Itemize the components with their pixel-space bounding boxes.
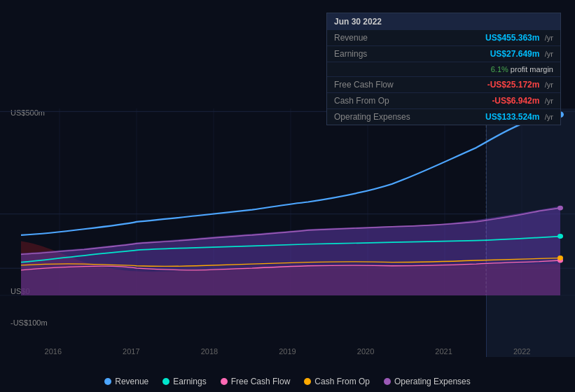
x-label-2021: 2021 <box>435 347 452 356</box>
tooltip-value-revenue: US$455.363m <box>485 33 539 43</box>
legend-dot-revenue <box>104 378 111 385</box>
tooltip-row-earnings: Earnings US$27.649m /yr <box>327 46 560 62</box>
data-tooltip: Jun 30 2022 Revenue US$455.363m /yr Earn… <box>326 13 561 125</box>
tooltip-margin-value: 6.1% profit margin <box>491 65 553 74</box>
tooltip-row-opex: Operating Expenses US$133.524m /yr <box>327 109 560 125</box>
legend-item-opex[interactable]: Operating Expenses <box>384 377 471 386</box>
chart-svg <box>0 108 575 326</box>
legend-item-earnings[interactable]: Earnings <box>162 377 206 386</box>
tooltip-label-fcf: Free Cash Flow <box>334 80 394 90</box>
x-label-2016: 2016 <box>45 347 62 356</box>
legend-dot-cashfromop <box>304 378 311 385</box>
tooltip-value-earnings: US$27.649m <box>490 49 540 59</box>
x-label-2017: 2017 <box>123 347 139 356</box>
x-label-2020: 2020 <box>357 347 374 356</box>
x-label-2019: 2019 <box>279 347 296 356</box>
legend-label-earnings: Earnings <box>173 377 206 386</box>
legend-item-fcf[interactable]: Free Cash Flow <box>221 377 291 386</box>
legend-item-cashfromop[interactable]: Cash From Op <box>304 377 370 386</box>
legend-label-revenue: Revenue <box>115 377 148 386</box>
tooltip-value-fcf: -US$25.172m <box>487 80 540 90</box>
tooltip-value-opex: US$133.524m <box>485 112 539 122</box>
tooltip-row-margin: 6.1% profit margin <box>327 62 560 77</box>
tooltip-title: Jun 30 2022 <box>327 13 560 30</box>
cashfromop-dot <box>557 255 563 260</box>
tooltip-label-earnings: Earnings <box>334 49 367 59</box>
legend-label-opex: Operating Expenses <box>394 377 471 386</box>
tooltip-label-revenue: Revenue <box>334 33 368 43</box>
earnings-dot <box>557 234 563 239</box>
legend-item-revenue[interactable]: Revenue <box>104 377 148 386</box>
opex-dot <box>557 206 563 211</box>
legend-label-fcf: Free Cash Flow <box>231 377 291 386</box>
chart-legend: Revenue Earnings Free Cash Flow Cash Fro… <box>0 377 575 386</box>
tooltip-row-cashfromop: Cash From Op -US$6.942m /yr <box>327 93 560 109</box>
legend-dot-fcf <box>221 378 228 385</box>
tooltip-row-revenue: Revenue US$455.363m /yr <box>327 30 560 46</box>
legend-dot-earnings <box>162 378 169 385</box>
tooltip-label-cashfromop: Cash From Op <box>334 96 389 106</box>
x-label-2022: 2022 <box>513 347 530 356</box>
legend-dot-opex <box>384 378 391 385</box>
legend-label-cashfromop: Cash From Op <box>314 377 370 386</box>
tooltip-value-cashfromop: -US$6.942m <box>492 96 539 106</box>
x-axis: 2016 2017 2018 2019 2020 2021 2022 <box>0 347 575 356</box>
x-label-2018: 2018 <box>201 347 218 356</box>
tooltip-row-fcf: Free Cash Flow -US$25.172m /yr <box>327 77 560 93</box>
tooltip-label-opex: Operating Expenses <box>334 112 410 122</box>
